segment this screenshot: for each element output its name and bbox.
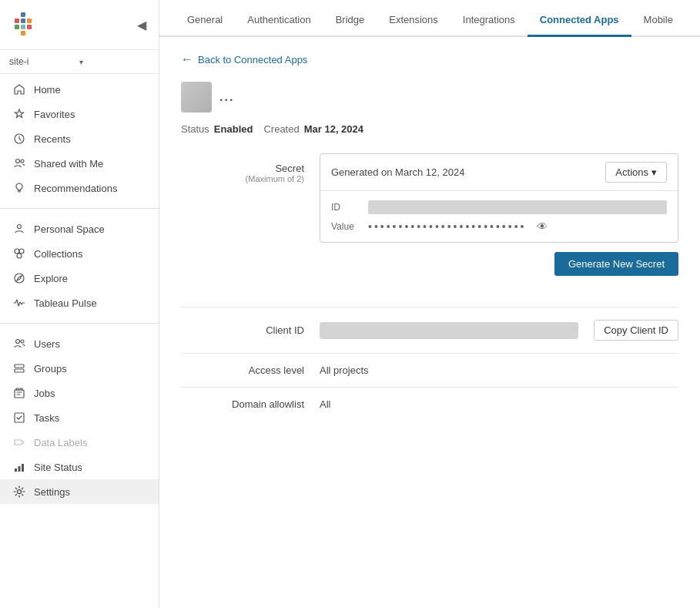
sidebar-item-home[interactable]: Home [0,77,159,102]
secret-fields: ID Value •••••••••••••••••••••••••• 👁 [320,191,678,242]
nav-divider-1 [0,208,159,209]
created-label: Created [263,123,299,135]
sidebar-item-collections[interactable]: Collections [0,241,159,266]
sidebar-item-settings-label: Settings [34,486,146,498]
gear-icon [12,485,26,499]
tab-integrations[interactable]: Integrations [450,5,528,37]
svg-rect-1 [21,18,25,23]
svg-point-18 [21,340,24,343]
app-header: ... [181,82,678,113]
groups-icon [12,361,26,375]
chart-icon [12,460,26,474]
access-level-value: All projects [320,364,678,376]
client-id-label: Client ID [266,324,304,336]
label-icon [12,435,26,449]
secret-content: Generated on March 12, 2024 Actions ▾ ID… [320,153,678,291]
back-link-label: Back to Connected Apps [198,54,307,66]
svg-point-26 [18,490,22,494]
svg-rect-5 [15,25,19,29]
svg-rect-11 [18,191,21,193]
sidebar-item-jobs-label: Jobs [34,388,146,399]
domain-allowlist-section: Domain allowlist All [181,387,678,410]
sidebar-item-settings[interactable]: Settings [0,479,159,504]
lightbulb-icon [12,181,26,195]
secret-sublabel: (Maximum of 2) [181,174,304,183]
sidebar-item-shared-with-me[interactable]: Shared with Me [0,151,159,176]
sidebar-item-personal-space[interactable]: Personal Space [0,217,159,241]
sidebar-item-explore-label: Explore [34,273,146,284]
site-chevron-icon: ▾ [79,58,149,66]
domain-allowlist-value: All [320,398,678,410]
sidebar-item-recents-label: Recents [34,133,146,145]
secret-label-col: Secret (Maximum of 2) [181,153,304,183]
compass-icon [12,271,26,285]
home-icon [12,82,26,96]
svg-rect-23 [15,469,17,472]
status-label: Status [181,123,209,135]
sidebar-item-personal-label: Personal Space [34,223,146,235]
sidebar-item-tableau-pulse[interactable]: Tableau Pulse [0,291,159,315]
sidebar-item-users-label: Users [34,338,146,350]
sidebar-item-home-label: Home [34,84,146,96]
copy-client-id-button[interactable]: Copy Client ID [594,320,678,341]
sidebar-item-users[interactable]: Users [0,331,159,356]
sidebar: ◀ site-i ▾ Home Favorites Recents [0,0,159,608]
tab-connected-apps[interactable]: Connected Apps [528,5,631,37]
tab-general[interactable]: General [175,5,235,37]
actions-button[interactable]: Actions ▾ [605,162,667,183]
back-arrow-icon: ← [181,52,193,66]
sidebar-item-shared-label: Shared with Me [34,158,146,170]
svg-rect-25 [22,464,24,472]
svg-point-13 [15,249,19,254]
svg-rect-21 [15,390,24,398]
sidebar-header: ◀ [0,0,159,50]
users-icon [12,337,26,351]
tab-extensions[interactable]: Extensions [377,5,450,37]
sidebar-item-pulse-label: Tableau Pulse [34,297,146,309]
access-level-section: Access level All projects [181,353,678,376]
svg-rect-24 [18,466,21,472]
site-selector[interactable]: site-i ▾ [0,50,159,74]
sidebar-item-groups[interactable]: Groups [0,356,159,381]
svg-rect-2 [15,18,19,23]
value-field-dots: •••••••••••••••••••••••••• [368,220,526,233]
svg-rect-22 [15,413,24,422]
sidebar-item-data-labels-label: Data Labels [34,437,146,448]
sidebar-item-jobs[interactable]: Jobs [0,381,159,405]
pulse-icon [12,296,26,310]
shared-icon [12,156,26,170]
sidebar-item-recommendations[interactable]: Recommendations [0,176,159,200]
sidebar-item-favorites[interactable]: Favorites [0,102,159,126]
sidebar-item-explore[interactable]: Explore [0,266,159,291]
tab-authentication[interactable]: Authentication [235,5,323,37]
back-to-connected-apps-link[interactable]: ← Back to Connected Apps [181,52,678,66]
secret-section: Secret (Maximum of 2) Generated on March… [181,153,678,291]
eye-toggle-icon[interactable]: 👁 [537,220,548,233]
personal-nav-section: Personal Space Collections Explore Table… [0,213,159,318]
tab-bridge[interactable]: Bridge [323,5,377,37]
sidebar-item-data-labels: Data Labels [0,430,159,455]
svg-point-12 [18,225,22,229]
svg-rect-4 [21,25,25,29]
sidebar-item-collections-label: Collections [34,248,146,260]
app-menu-button[interactable]: ... [219,90,234,104]
sidebar-item-site-status-label: Site Status [34,462,146,473]
sidebar-item-tasks[interactable]: Tasks [0,405,159,430]
generate-new-secret-button[interactable]: Generate New Secret [554,252,678,276]
sidebar-collapse-button[interactable]: ◀ [134,15,149,35]
site-name: site-i [9,56,79,67]
sidebar-item-recents[interactable]: Recents [0,126,159,151]
sidebar-item-recommendations-label: Recommendations [34,183,146,194]
svg-rect-6 [27,25,32,29]
collections-icon [12,247,26,260]
sidebar-item-site-status[interactable]: Site Status [0,455,159,479]
id-field-value [368,200,667,214]
id-field-row: ID [331,200,667,214]
svg-point-14 [19,249,24,254]
secret-box-header: Generated on March 12, 2024 Actions ▾ [320,154,678,191]
tab-mobile[interactable]: Mobile [631,5,685,37]
svg-point-10 [21,160,24,163]
domain-allowlist-label: Domain allowlist [181,398,304,410]
logo [9,11,37,39]
client-id-section: Client ID Copy Client ID [181,307,678,341]
